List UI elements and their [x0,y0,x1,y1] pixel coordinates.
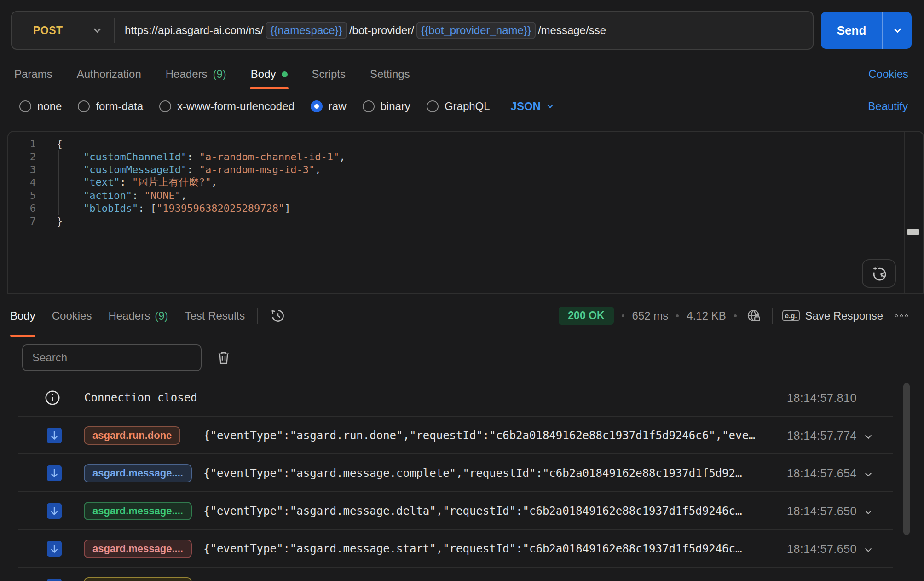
history-icon[interactable] [269,307,287,325]
chevron-down-icon [547,102,553,108]
event-timestamp: 18:14:57.810 [787,391,857,405]
radio-button[interactable] [19,100,31,112]
indent-guide [58,150,59,215]
event-type-badge: asgard.message.... [84,577,192,581]
editor-line: 3"customMessageId": "a-random-msg-id-3", [8,163,923,176]
response-time: 652 ms [632,309,669,322]
save-response-button[interactable]: Save Response [805,309,883,322]
method-label: POST [33,24,63,37]
download-arrow-icon [47,428,62,443]
body-mode-form-data[interactable]: form-data [78,100,143,113]
event-type-badge: asgard.message.... [84,540,192,558]
body-mode-x-www-form-urlencoded[interactable]: x-www-form-urlencoded [159,100,295,113]
event-timestamp: 18:14:57.650 [787,542,857,556]
tab-params[interactable]: Params [14,59,52,89]
event-row[interactable]: asgard.message.... [0,568,924,581]
search-input[interactable] [22,344,202,371]
response-tab-headers[interactable]: Headers(9) [108,294,168,337]
radio-button[interactable] [78,100,90,112]
line-number: 1 [8,138,36,150]
event-payload-preview: {"eventType":"asgard.message.complete","… [203,467,742,480]
line-number: 3 [8,164,36,175]
radio-button[interactable] [363,100,375,112]
request-tabs: ParamsAuthorizationHeaders(9)BodyScripts… [0,59,924,89]
url-segment: https://api.asgard-ai.com/ns/ [125,24,263,37]
event-row[interactable]: Connection closed18:14:57.810 [0,379,924,417]
expand-chevron-icon[interactable] [866,545,871,553]
mode-label: binary [381,100,410,113]
send-button[interactable]: Send [821,12,882,49]
event-type-badge: asgard.message.... [84,464,192,482]
body-mode-raw[interactable]: raw [311,100,346,113]
network-icon[interactable] [745,308,762,324]
chevron-down-icon [894,25,901,33]
method-selector[interactable]: POST [12,24,114,37]
line-number: 6 [8,203,36,214]
radio-button[interactable] [427,100,439,112]
mode-label: form-data [96,100,143,113]
url-variable: {{namespace}} [266,22,346,39]
request-body-editor[interactable]: 1{2"customChannelId": "a-random-channel-… [7,131,924,294]
dot-separator [622,314,624,317]
response-bar: BodyCookiesHeaders(9)Test Results 200 OK… [0,294,924,337]
line-number: 2 [8,151,36,163]
dot-separator [734,314,737,317]
cookies-link[interactable]: Cookies [868,68,908,81]
editor-line: 1{ [8,137,923,150]
tab-scripts[interactable]: Scripts [312,59,346,89]
editor-line: 4"text": "圖片上有什麼?", [8,176,923,189]
url-segment: /message/sse [538,24,606,37]
editor-scrollbar-thumb[interactable] [907,229,919,235]
url-variable: {{bot_provider_name}} [416,22,536,39]
tab-authorization[interactable]: Authorization [77,59,141,89]
dot-separator [676,314,679,317]
editor-scrollbar-track [904,132,905,293]
expand-chevron-icon[interactable] [866,469,871,477]
mode-label: raw [329,100,346,113]
tab-headers[interactable]: Headers(9) [166,59,226,89]
mode-label: none [37,100,62,113]
format-dropdown[interactable]: JSON [511,100,552,113]
event-row[interactable]: asgard.message....{"eventType":"asgard.m… [0,454,924,492]
response-tab-test-results[interactable]: Test Results [185,294,245,337]
event-row[interactable]: asgard.message....{"eventType":"asgard.m… [0,492,924,530]
event-timestamp: 18:14:57.774 [787,429,857,442]
radio-button[interactable] [311,100,323,112]
expand-chevron-icon[interactable] [866,431,871,440]
format-label: JSON [511,100,541,113]
download-arrow-icon [47,579,62,581]
body-mode-GraphQL[interactable]: GraphQL [427,100,490,113]
postbot-icon [870,264,888,283]
download-arrow-icon [47,503,62,519]
line-number: 5 [8,190,36,201]
tab-settings[interactable]: Settings [370,59,410,89]
event-list: Connection closed18:14:57.810asgard.run.… [0,379,924,581]
event-row[interactable]: asgard.run.done{"eventType":"asgard.run.… [0,417,924,454]
send-options-button[interactable] [883,12,912,49]
divider [257,308,258,324]
tab-body[interactable]: Body [251,59,288,89]
response-tab-cookies[interactable]: Cookies [52,294,92,337]
url-bar: POST https://api.asgard-ai.com/ns/{{name… [11,11,814,50]
postbot-button[interactable] [862,259,896,288]
editor-line: 7} [8,215,923,227]
search-row [0,344,924,371]
body-mode-none[interactable]: none [19,100,62,113]
expand-chevron-icon[interactable] [866,507,871,515]
radio-button[interactable] [159,100,171,112]
response-meta: 200 OK 652 ms 4.12 KB e.g. Save Response [559,307,908,325]
body-mode-binary[interactable]: binary [363,100,410,113]
more-options-button[interactable] [895,314,908,317]
list-scrollbar-thumb[interactable] [903,383,910,535]
line-number: 7 [8,215,36,227]
event-row[interactable]: asgard.message....{"eventType":"asgard.m… [0,530,924,568]
response-tab-body[interactable]: Body [10,294,35,337]
beautify-link[interactable]: Beautify [868,100,908,113]
response-size: 4.12 KB [687,309,726,322]
chevron-down-icon [94,25,101,33]
send-button-group: Send [821,12,912,49]
event-type-badge: asgard.message.... [84,502,192,520]
body-mode-row: noneform-datax-www-form-urlencodedrawbin… [0,92,924,121]
url-input[interactable]: https://api.asgard-ai.com/ns/{{namespace… [115,22,813,39]
trash-icon[interactable] [215,349,232,366]
